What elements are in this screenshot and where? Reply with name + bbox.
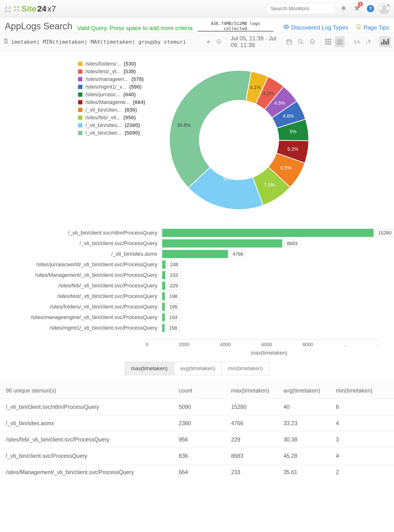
legend-count: (664) [133, 99, 145, 105]
table-row[interactable]: /_vti_bin/sites.asmx2380476633.234 [0, 415, 394, 431]
discovered-label: Discovered Log Types [291, 24, 348, 31]
clear-icon[interactable]: ⓧ [215, 37, 223, 47]
discovered-log-types-link[interactable]: Discovered Log Types [283, 24, 348, 31]
cell-avg: 40 [283, 404, 336, 410]
query-status: Valid Query, Press space to add more cri… [77, 25, 193, 31]
donut-chart[interactable]: 4.1%4.2%4.5%4.6%5%5.2%6.5%7.5%18.6%39.8% [157, 58, 321, 222]
legend-item[interactable]: /_vti_bin/sites... (2380) [78, 122, 150, 128]
search-input[interactable] [267, 3, 335, 14]
alert-bell-icon[interactable] [308, 37, 317, 47]
col-min[interactable]: min(timetaken) [336, 387, 388, 394]
cell-uri: /_vti_bin/client.svc/ProcessQuery [6, 453, 179, 459]
bell-icon[interactable] [338, 3, 349, 14]
chart-tab[interactable]: min(timetaken) [222, 362, 269, 375]
date-range[interactable]: Jul 05, 11:39 - Jul 09, 11:39 [230, 35, 282, 48]
bar [162, 303, 165, 311]
bar-label: /sites/feb/_vti_bin/client.svc/ProcessQu… [14, 283, 160, 289]
bar-value: 195 [167, 303, 180, 311]
bar [162, 282, 165, 290]
x-tick: 6000 [261, 342, 272, 347]
bar-row[interactable]: /sites/folders/_vti_bin/client.svc/Proce… [14, 303, 380, 311]
bar-row[interactable]: /_vti_bin/client.svc/ntlm/ProcessQuery15… [14, 229, 380, 237]
legend-label: /sites/feb/_vti... [85, 115, 121, 121]
cell-avg: 35.61 [283, 469, 336, 476]
cell-max: 4766 [231, 420, 283, 427]
swatch-icon [78, 77, 82, 81]
bar-row[interactable]: /sites/test/_vti_bin/client.svc/ProcessQ… [14, 292, 380, 300]
bar-row[interactable]: /sites/manageengine/_vti_bin/client.svc/… [14, 313, 380, 321]
brand-logo[interactable]: Site24x7 [13, 4, 56, 13]
col-max[interactable]: max(timetaken) [231, 387, 283, 394]
calendar-icon[interactable] [285, 37, 294, 47]
bar-row[interactable]: /sites/Management/_vti_bin/client.svc/Pr… [14, 271, 380, 279]
col-count[interactable]: count [179, 387, 231, 394]
legend-item[interactable]: /sites/feb/_vti... (956) [78, 115, 150, 121]
col-avg[interactable]: avg(timetaken) [283, 387, 336, 394]
search-icon[interactable] [296, 37, 305, 47]
bar [162, 239, 282, 248]
legend-item[interactable]: /sites/mgmt1/_v... (590) [78, 84, 150, 90]
legend-item[interactable]: /sites/jurrasic... (640) [78, 91, 150, 98]
legend-item[interactable]: /sites/Manageme... (664) [78, 99, 150, 105]
app-grid-icon[interactable] [4, 6, 10, 12]
legend-item[interactable]: /_vti_bin/clien... (5090) [78, 130, 150, 136]
svg-text:4.6%: 4.6% [283, 113, 294, 119]
bar-row[interactable]: /_vti_bin/sites.asmx4766 [14, 250, 380, 258]
page-tips-link[interactable]: Page Tips [355, 24, 389, 31]
bar-label: /_vti_bin/client.svc/ProcessQuery [14, 240, 160, 247]
cell-uri: /_vti_bin/sites.asmx [6, 420, 179, 427]
legend-label: /sites/Manageme... [85, 99, 130, 105]
bar-label: /sites/test/_vti_bin/client.svc/ProcessQ… [14, 293, 160, 299]
svg-text:7.5%: 7.5% [264, 182, 275, 187]
font-size-icon[interactable]: AA [351, 37, 362, 47]
brand-site: Site [21, 4, 36, 13]
bar-value: 233 [167, 272, 180, 279]
chart-view-icon[interactable] [379, 36, 391, 47]
star-icon[interactable]: ★ [204, 37, 213, 47]
chart-tab[interactable]: max(timetaken) [125, 362, 174, 375]
bar-value: 198 [167, 293, 180, 300]
legend-count: (836) [125, 107, 137, 113]
legend-count: (956) [123, 115, 136, 121]
cell-min: 4 [336, 453, 388, 459]
legend-count: (538) [123, 68, 136, 75]
table-row[interactable]: /sites/feb/_vti_bin/client.svc/ProcessQu… [0, 431, 394, 448]
bar-value: 4766 [230, 250, 246, 258]
legend-label: /sites/jurrasic... [85, 91, 121, 98]
x-tick: .. [344, 342, 346, 347]
bar-row[interactable]: /sites/mgmt1/_vti_bin/client.svc/Process… [14, 324, 380, 332]
legend-item[interactable]: /sites/manageen... (578) [78, 76, 150, 82]
list-view-icon[interactable] [335, 36, 345, 47]
help-icon[interactable]: ? [365, 3, 376, 14]
x-tick: 2000 [179, 342, 190, 347]
grid-view-icon[interactable] [324, 37, 332, 47]
cell-count: 836 [179, 453, 231, 459]
bar-row[interactable]: /sites/jurrasicworld/_vti_bin/client.svc… [14, 260, 380, 269]
table-row[interactable]: /_vti_bin/client.svc/ntlm/ProcessQuery50… [0, 399, 394, 415]
logs-collected: 436.74MB/512MB logs collected [197, 20, 273, 31]
bar-row[interactable]: /_vti_bin/client.svc/ProcessQuery8683 [14, 239, 380, 248]
legend-label: /sites/test/_vt... [85, 68, 121, 75]
cell-count: 5090 [179, 404, 231, 410]
query-text[interactable]: imetaken) MIN(timetaken) MAX(timetaken) … [11, 39, 202, 45]
legend-item[interactable]: /_vti_bin/clien... (836) [78, 107, 150, 113]
svg-text:4.2%: 4.2% [263, 91, 274, 96]
table-row[interactable]: /_vti_bin/client.svc/ProcessQuery8368683… [0, 448, 394, 464]
chart-tab[interactable]: avg(timetaken) [174, 362, 222, 375]
bar [162, 229, 374, 237]
legend-item[interactable]: /sites/folders/... (530) [78, 61, 150, 67]
swatch-icon [78, 69, 82, 74]
swatch-icon [78, 62, 82, 66]
inbox-icon[interactable]: 8 [352, 3, 362, 14]
swatch-icon [78, 85, 82, 89]
cell-min: 6 [336, 404, 388, 410]
cell-uri: /sites/Management/_vti_bin/client.svc/Pr… [6, 469, 179, 476]
avatar-menu[interactable] [379, 3, 390, 14]
document-icon[interactable] [3, 38, 9, 46]
cell-avg: 45.28 [283, 453, 336, 459]
legend-label: /_vti_bin/clien... [85, 107, 122, 113]
table-row[interactable]: /sites/Management/_vti_bin/client.svc/Pr… [0, 464, 394, 480]
sort-icon[interactable]: ↓₹ [364, 37, 372, 47]
legend-item[interactable]: /sites/test/_vt... (538) [78, 68, 150, 75]
bar-row[interactable]: /sites/feb/_vti_bin/client.svc/ProcessQu… [14, 282, 380, 290]
